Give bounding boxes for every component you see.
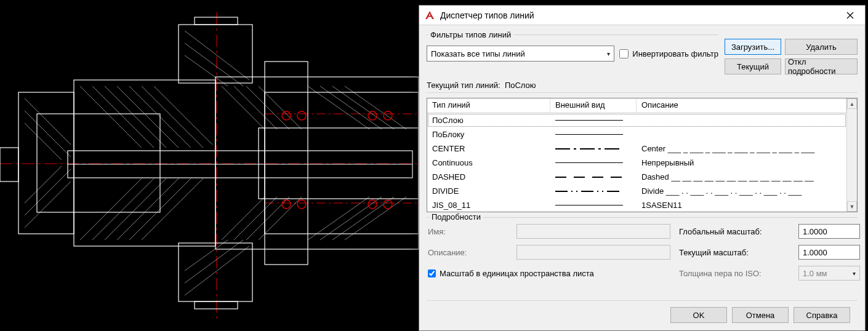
filter-dropdown[interactable]: Показать все типы линий ▾ [427,46,614,62]
linetype-manager-dialog: Диспетчер типов линий Фильтры типов лини… [419,5,866,331]
chevron-down-icon: ▾ [607,50,610,57]
cell-description: Непрерывный [637,158,846,167]
cell-appearance [550,120,637,121]
dialog-titlebar[interactable]: Диспетчер типов линий [419,6,865,25]
cell-name: ПоСлою [427,116,550,125]
paperspace-units-checkbox[interactable] [428,269,436,277]
col-appearance[interactable]: Внешний вид [550,98,637,113]
cell-appearance [550,134,637,135]
table-row[interactable]: CENTERCenter ___ _ ___ _ ___ _ ___ _ ___… [427,142,846,156]
col-linetype[interactable]: Тип линий [427,98,550,113]
current-linetype-row: Текущий тип линий: ПоСлою [427,78,858,93]
table-row[interactable]: ContinuousНепрерывный [427,156,846,170]
cell-name: Continuous [427,158,550,167]
invert-filter-checkbox[interactable] [619,49,629,58]
details-desc-input [516,245,670,260]
current-scale-input[interactable] [798,245,860,260]
global-scale-label: Глобальный масштаб: [679,227,790,236]
details-name-label: Имя: [428,227,508,236]
cell-appearance [550,177,637,178]
details-name-input [516,224,670,239]
load-button[interactable]: Загрузить... [725,39,781,55]
table-row[interactable]: DASHEDDashed __ __ __ __ __ __ __ __ __ … [427,170,846,184]
cad-drawing-area [0,0,419,331]
cell-appearance [550,148,637,150]
cell-appearance [550,205,637,205]
filters-legend: Фильтры типов линий [428,30,513,39]
cell-description: Center ___ _ ___ _ ___ _ ___ _ ___ _ ___… [637,144,846,153]
dialog-title: Диспетчер типов линий [440,10,837,20]
help-button[interactable]: Справка [794,307,850,323]
col-description[interactable]: Описание [637,98,846,113]
filters-fieldset: Фильтры типов линий Показать все типы ли… [427,30,718,74]
cell-name: DASHED [427,172,550,181]
pen-width-value: 1.0 мм [803,269,827,278]
table-row[interactable]: JIS_08_111SASEN11 [427,198,846,212]
ok-button[interactable]: OK [670,307,727,323]
paperspace-units-label: Масштаб в единицах пространства листа [440,269,594,278]
current-linetype-value: ПоСлою [505,81,536,90]
pen-width-dropdown: 1.0 мм ▾ [798,266,860,281]
current-linetype-label: Текущий тип линий: [427,81,500,90]
table-scrollbar[interactable]: ▲ ▼ [846,98,857,212]
chevron-down-icon: ▾ [853,270,856,277]
table-row[interactable]: ПоСлою [427,113,846,127]
cell-appearance [550,162,637,163]
close-button[interactable] [837,6,864,25]
toggle-details-button[interactable]: Откл подробности [785,58,858,74]
cell-description: Dashed __ __ __ __ __ __ __ __ __ __ __ … [637,172,846,181]
paperspace-units-checkbox-wrap[interactable]: Масштаб в единицах пространства листа [428,269,670,278]
cancel-button[interactable]: Отмена [732,307,789,323]
cell-name: ПоБлоку [427,130,550,139]
autocad-icon [424,10,435,21]
delete-button[interactable]: Удалить [785,39,858,55]
table-row[interactable]: ПоБлоку [427,127,846,142]
cell-description: 1SASEN11 [637,201,846,210]
cell-name: CENTER [427,144,550,153]
scroll-up-icon[interactable]: ▲ [847,98,857,109]
scroll-track[interactable] [847,109,857,201]
cell-name: JIS_08_11 [427,201,550,210]
cell-appearance [550,191,637,192]
global-scale-input[interactable] [798,224,860,239]
table-row[interactable]: DIVIDEDivide ___ . . ___ . . ___ . . ___… [427,184,846,198]
pen-width-label: Толщина пера по ISO: [679,269,790,278]
cell-name: DIVIDE [427,186,550,196]
details-desc-label: Описание: [428,248,508,257]
scroll-down-icon[interactable]: ▼ [847,201,857,212]
invert-filter-label: Инвертировать фильтр [632,49,718,58]
dialog-footer: OK Отмена Справка [427,300,858,330]
table-header[interactable]: Тип линий Внешний вид Описание [427,98,846,113]
current-scale-label: Текущий масштаб: [679,248,790,257]
linetype-table[interactable]: Тип линий Внешний вид Описание ПоСлоюПоБ… [427,98,858,212]
invert-filter-checkbox-wrap[interactable]: Инвертировать фильтр [619,49,718,58]
details-fieldset: Имя: Глобальный масштаб: Описание: Текущ… [427,217,858,283]
cell-description: Divide ___ . . ___ . . ___ . . ___ . . _… [637,186,846,196]
current-button[interactable]: Текущий [725,58,781,74]
filter-dropdown-value: Показать все типы линий [431,49,525,58]
